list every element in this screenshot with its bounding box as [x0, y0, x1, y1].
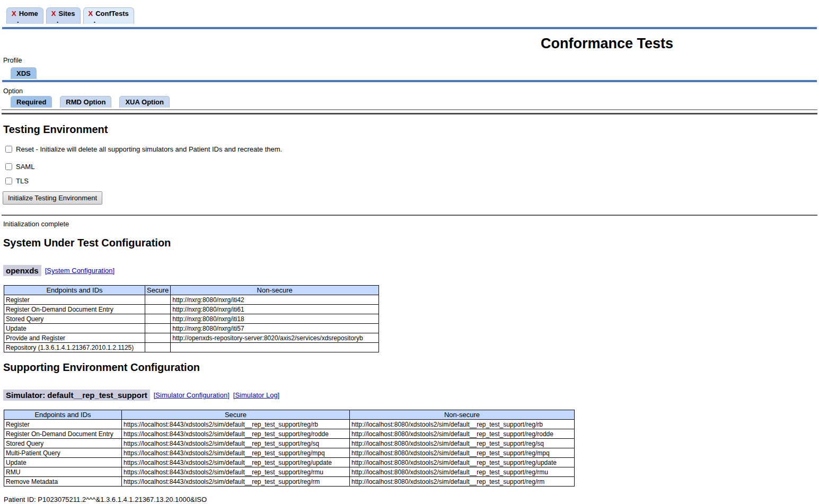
table-cell: Multi-Patient Query	[4, 448, 122, 458]
table-cell	[171, 343, 379, 352]
table-row: Stored Queryhttps://localhost:8443/xdsto…	[4, 439, 575, 448]
table-row: Remove Metadatahttps://localhost:8443/xd…	[4, 477, 575, 487]
section-divider	[2, 215, 817, 216]
sut-system-row: openxds [System Configuration]	[3, 265, 819, 276]
tab-conftests[interactable]: XConfTests .	[83, 7, 134, 24]
table-cell: Update	[4, 324, 145, 333]
table-cell: http://openxds-repository-server:8020/ax…	[171, 333, 379, 343]
table-cell	[145, 324, 171, 333]
close-icon[interactable]: X	[89, 10, 93, 17]
table-cell: RMU	[4, 467, 122, 477]
table-row: Repository (1.3.6.1.4.1.21367.2010.1.2.1…	[4, 343, 379, 352]
reset-checkbox-label: Reset - Initialize will delete all suppo…	[16, 145, 282, 153]
option-tab-bar: Required RMD Option XUA Option	[0, 95, 819, 108]
option-label: Option	[3, 87, 819, 95]
table-row: Updatehttp://nxrg:8080/nxrg/iti57	[4, 324, 379, 333]
tls-checkbox-row: TLS	[5, 177, 819, 185]
table-row: Stored Queryhttp://nxrg:8080/nxrg/iti18	[4, 314, 379, 324]
initialization-status: Initialization complete	[3, 220, 819, 228]
table-row: Multi-Patient Queryhttps://localhost:844…	[4, 448, 575, 458]
tab-required[interactable]: Required	[11, 96, 52, 108]
table-cell: Register	[4, 295, 145, 305]
tab-rmd-option[interactable]: RMD Option	[60, 96, 111, 108]
table-cell: Register	[4, 420, 122, 429]
option-rule-thin	[2, 109, 817, 110]
table-cell: https://localhost:8443/xdstools2/sim/def…	[122, 467, 350, 477]
column-header: Endpoints and IDs	[4, 286, 145, 295]
table-cell	[145, 295, 171, 305]
tab-label: Home	[19, 10, 38, 17]
tab-title: XSites	[51, 10, 75, 17]
patient-id-text: Patient ID: P1023075211.2^^^&1.3.6.1.4.1…	[4, 496, 819, 503]
table-cell: http://localhost:8080/xdstools2/sim/defa…	[350, 439, 575, 448]
tab-title: XHome	[12, 10, 38, 17]
tls-checkbox[interactable]	[5, 178, 12, 184]
table-cell: http://nxrg:8080/nxrg/iti61	[171, 305, 379, 314]
table-cell: Stored Query	[4, 314, 145, 324]
table-row: Register On-Demand Document Entryhttp://…	[4, 305, 379, 314]
table-cell: http://localhost:8080/xdstools2/sim/defa…	[350, 448, 575, 458]
tab-dot: .	[12, 17, 38, 23]
sut-endpoints-table: Endpoints and IDsSecureNon-secureRegiste…	[4, 285, 379, 352]
table-header-row: Endpoints and IDsSecureNon-secure	[4, 410, 575, 420]
close-icon[interactable]: X	[51, 10, 56, 17]
tab-xds[interactable]: XDS	[11, 67, 37, 79]
system-configuration-link[interactable]: [System Configuration]	[45, 267, 115, 275]
sut-heading: System Under Test Configuration	[3, 237, 819, 249]
support-heading: Supporting Environment Configuration	[3, 361, 819, 374]
table-cell: Remove Metadata	[4, 477, 122, 487]
table-cell: http://nxrg:8080/nxrg/iti57	[171, 324, 379, 333]
table-row: Provide and Registerhttp://openxds-repos…	[4, 333, 379, 343]
tab-label: Sites	[58, 10, 75, 17]
main-tab-bar: XHome . XSites . XConfTests .	[0, 0, 819, 24]
simulator-endpoints-table: Endpoints and IDsSecureNon-secureRegiste…	[4, 410, 575, 487]
tab-bar-rule	[2, 27, 817, 29]
table-cell: https://localhost:8443/xdstools2/sim/def…	[122, 448, 350, 458]
table-cell	[145, 343, 171, 352]
profile-tab-rule	[2, 80, 817, 82]
reset-checkbox-row: Reset - Initialize will delete all suppo…	[5, 145, 819, 153]
saml-checkbox[interactable]	[5, 163, 12, 170]
table-cell: Stored Query	[4, 439, 122, 448]
close-icon[interactable]: X	[12, 10, 16, 17]
profile-label: Profile	[3, 57, 819, 64]
tls-checkbox-label: TLS	[16, 177, 29, 185]
table-cell: Update	[4, 458, 122, 467]
page-title: Conformance Tests	[0, 36, 819, 51]
initialize-testing-environment-button[interactable]: Initialize Testing Environment	[3, 191, 102, 205]
option-rule-thick	[2, 113, 817, 114]
tab-sites[interactable]: XSites .	[46, 7, 81, 24]
table-cell: http://localhost:8080/xdstools2/sim/defa…	[350, 467, 575, 477]
table-cell: http://nxrg:8080/nxrg/iti18	[171, 314, 379, 324]
simulator-configuration-link[interactable]: [Simulator Configuration]	[154, 391, 230, 399]
table-cell: https://localhost:8443/xdstools2/sim/def…	[122, 458, 350, 467]
table-cell	[145, 314, 171, 324]
tab-home[interactable]: XHome .	[6, 7, 43, 24]
table-cell	[145, 333, 171, 343]
reset-checkbox[interactable]	[5, 146, 12, 153]
table-cell: https://localhost:8443/xdstools2/sim/def…	[122, 439, 350, 448]
table-cell: http://localhost:8080/xdstools2/sim/defa…	[350, 477, 575, 487]
table-cell: Register On-Demand Document Entry	[4, 305, 145, 314]
column-header: Endpoints and IDs	[4, 410, 122, 420]
table-row: Register On-Demand Document Entryhttps:/…	[4, 429, 575, 439]
saml-checkbox-label: SAML	[16, 163, 34, 171]
table-row: RMUhttps://localhost:8443/xdstools2/sim/…	[4, 467, 575, 477]
tab-dot: .	[51, 17, 75, 23]
saml-checkbox-row: SAML	[5, 163, 819, 171]
column-header: Non-secure	[171, 286, 379, 295]
table-cell: https://localhost:8443/xdstools2/sim/def…	[122, 429, 350, 439]
tab-xua-option[interactable]: XUA Option	[119, 96, 169, 108]
testing-environment-heading: Testing Environment	[3, 123, 819, 136]
column-header: Secure	[122, 410, 350, 420]
tab-dot: .	[89, 17, 129, 23]
table-row: Updatehttps://localhost:8443/xdstools2/s…	[4, 458, 575, 467]
tab-label: ConfTests	[95, 10, 129, 17]
table-cell: https://localhost:8443/xdstools2/sim/def…	[122, 477, 350, 487]
simulator-log-link[interactable]: [Simulator Log]	[233, 391, 279, 399]
table-cell: http://localhost:8080/xdstools2/sim/defa…	[350, 429, 575, 439]
table-cell: Register On-Demand Document Entry	[4, 429, 122, 439]
table-cell: Provide and Register	[4, 333, 145, 343]
column-header: Non-secure	[350, 410, 575, 420]
table-row: Registerhttp://nxrg:8080/nxrg/iti42	[4, 295, 379, 305]
